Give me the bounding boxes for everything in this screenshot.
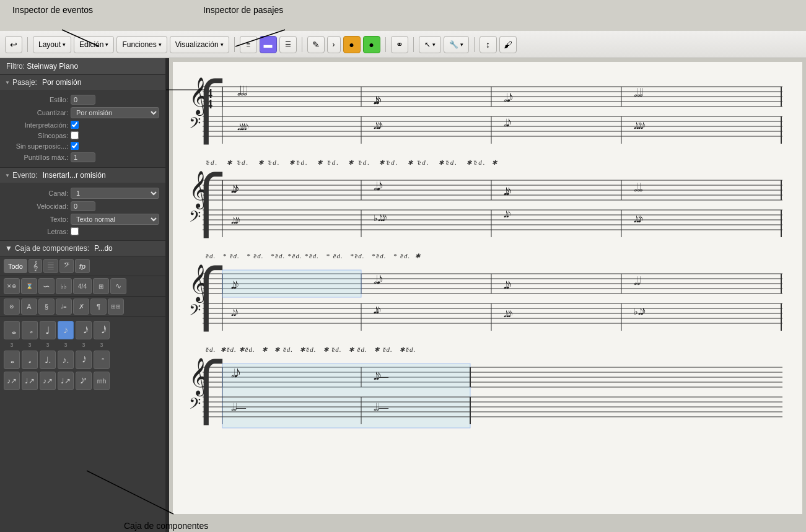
system-4: 𝄻ed. ✱𝄻ed. ✱𝄻ed. ✱ ✱ 𝄻ed. ✱𝄻ed. ✱ 𝄻ed. ✱… xyxy=(188,346,787,435)
view-lines-btn[interactable]: ≡ xyxy=(240,36,257,53)
color-btn-1[interactable]: ● xyxy=(343,36,361,53)
annotation-inspector-pasajes: Inspector de pasajes xyxy=(203,5,283,15)
sep4 xyxy=(385,37,386,52)
note-16th[interactable]: 𝅘𝅥𝅯 xyxy=(76,321,92,339)
comp-btn-5[interactable]: 4/4 xyxy=(73,278,92,294)
bass-staff-3: 𝄢 𝅘𝅥𝅮 𝅘𝅥𝅮 𝅘𝅥𝅮𝅘𝅥𝅮 𝅘𝅥𝅮𝅘𝅥𝅮 𝅘𝅥𝅮 𝅘𝅥𝅮 𝅘𝅥𝅮 ♭𝅘𝅥𝅮… xyxy=(189,302,782,323)
tab-dynamics[interactable]: fp xyxy=(75,259,90,273)
note-whole-dotted[interactable]: 𝅝. xyxy=(4,351,20,369)
comp-btn-10[interactable]: § xyxy=(38,299,55,315)
comp-btn-2[interactable]: ⌛ xyxy=(21,278,37,294)
comp-btn-9[interactable]: A xyxy=(21,299,37,315)
visualizacion-label: Visualización xyxy=(175,40,219,49)
paint-btn[interactable]: 🖌 xyxy=(499,36,517,53)
component-grid-2: ⊗ A § ♩= ✗ ¶ ⊞⊞ xyxy=(0,297,165,317)
sin-superposic-label: Sin superposic...: xyxy=(6,142,68,150)
funciones-label: Funciones xyxy=(122,40,156,49)
velocidad-label: Velocidad: xyxy=(6,203,68,210)
tab-notes[interactable]: 𝄞 xyxy=(28,259,42,273)
view-score-btn[interactable]: ▬ xyxy=(260,36,277,53)
note-eighth-dotted[interactable]: ♪. xyxy=(58,351,74,369)
visualizacion-menu[interactable]: Visualización ▾ xyxy=(170,36,229,53)
texto-select[interactable]: Texto normal xyxy=(71,214,159,225)
note-whole[interactable]: 𝅝 xyxy=(4,321,20,339)
cursor-btn[interactable]: ↖ ▾ xyxy=(419,36,441,53)
component-section: ▼ Caja de componentes: P...do Todo 𝄞 𝄚 𝄢… xyxy=(0,241,165,532)
note-half[interactable]: 𝅗 xyxy=(22,321,38,339)
note-half-dotted[interactable]: 𝅗. xyxy=(22,351,38,369)
evento-triangle: ▼ xyxy=(5,173,10,178)
note-grace-1[interactable]: ♪↗ xyxy=(4,372,20,390)
sep3 xyxy=(302,37,302,52)
score-area: 𝄞 4 4 xyxy=(169,58,806,532)
triplet-label-5: 3 xyxy=(76,342,92,348)
comp-btn-14[interactable]: ⊞⊞ xyxy=(108,299,124,315)
back-button[interactable]: ↩ xyxy=(5,36,22,53)
note-rest[interactable]: 𝄻𝄼 xyxy=(94,351,110,369)
bass-staff-2: 𝄢 𝅘𝅥𝅮 𝅘𝅥𝅮 𝅘𝅥𝅮 ♭𝅘𝅥𝅮 𝅘𝅥𝅮 𝅘𝅥𝅮 𝅘𝅥𝅮 𝅘𝅥𝅮 𝅘𝅥𝅮 𝅘… xyxy=(189,208,782,230)
sin-superposic-checkbox[interactable] xyxy=(71,142,79,150)
pasaje-header[interactable]: ▼ Pasaje: Por omisión xyxy=(0,75,165,90)
letras-checkbox[interactable] xyxy=(71,227,79,235)
canal-select[interactable]: 1 xyxy=(71,188,159,199)
view-list-btn[interactable]: ☰ xyxy=(279,36,297,53)
cuantizar-label: Cuantizar: xyxy=(6,109,68,116)
comp-btn-6[interactable]: ⊞ xyxy=(93,278,109,294)
sincopas-checkbox[interactable] xyxy=(71,131,79,139)
more-btn[interactable]: › xyxy=(327,36,341,53)
tab-todo[interactable]: Todo xyxy=(4,259,27,273)
wrench-btn[interactable]: 🔧 ▾ xyxy=(444,36,469,53)
note-quarter[interactable]: ♩ xyxy=(40,321,56,339)
link-btn[interactable]: ⚭ xyxy=(391,36,408,53)
comp-btn-11[interactable]: ♩= xyxy=(56,299,72,315)
note-32nd[interactable]: 𝅘𝅥𝅰 xyxy=(94,321,110,339)
comp-btn-1[interactable]: ✕⊕ xyxy=(4,278,20,294)
estilo-input[interactable] xyxy=(71,95,95,105)
tab-bass[interactable]: 𝄚 xyxy=(43,259,58,273)
layout-menu[interactable]: Layout ▾ xyxy=(33,36,71,53)
notes-row-3: 𝅝. 𝅗. ♩. ♪. 𝅘𝅥𝅯. 𝄻𝄼 xyxy=(4,351,162,369)
pasaje-header-value: Por omisión xyxy=(42,78,81,87)
puntillos-input[interactable] xyxy=(71,152,95,162)
note-special[interactable]: rnh xyxy=(94,372,110,390)
canal-label: Canal: xyxy=(6,190,68,197)
treble-staff-2: 𝄞 𝅘𝅥𝅮𝅘𝅥� xyxy=(189,171,782,237)
note-grace-4[interactable]: ♩↗ xyxy=(58,372,74,390)
note-grace-5[interactable]: 𝅘𝅥𝅮↗ xyxy=(76,372,92,390)
cuantizar-row: Cuantizar: Por omisión xyxy=(0,106,165,120)
tab-clef[interactable]: 𝄢 xyxy=(59,259,74,273)
score-page: 𝄞 4 4 xyxy=(173,62,802,514)
funciones-menu[interactable]: Funciones ▾ xyxy=(116,36,167,53)
comp-btn-12[interactable]: ✗ xyxy=(73,299,89,315)
velocidad-input[interactable] xyxy=(71,201,95,211)
interpretacion-checkbox[interactable] xyxy=(71,121,79,129)
pedal-row-2: 𝄻ed. * 𝄻ed. * 𝄻ed. *𝄻ed. *𝄻ed. *𝄻ed. * 𝄻… xyxy=(188,252,787,260)
note-grace-3[interactable]: ♪↗ xyxy=(40,372,56,390)
color-btn-2[interactable]: ● xyxy=(363,36,380,53)
svg-text:𝅘𝅥𝅮 𝅘𝅥𝅮 —: 𝅘𝅥𝅮 𝅘𝅥𝅮 — xyxy=(374,371,389,382)
note-quarter-dotted[interactable]: ♩. xyxy=(40,351,56,369)
comp-btn-7[interactable]: ∿ xyxy=(110,278,126,294)
cursor-icon: ↖ xyxy=(424,40,431,49)
arrows-btn[interactable]: ↕ xyxy=(480,36,497,53)
note-eighth[interactable]: ♪ xyxy=(58,321,74,339)
wrench-icon: 🔧 xyxy=(449,40,458,49)
comp-btn-4[interactable]: ♭♭ xyxy=(56,278,72,294)
note-grace-2[interactable]: ♩↗ xyxy=(22,372,38,390)
svg-text:𝅗𝅥 𝅗𝅥 𝅗𝅥: 𝅗𝅥 𝅗𝅥 𝅗𝅥 xyxy=(634,87,643,99)
edicion-menu[interactable]: Edición ▾ xyxy=(74,36,114,53)
comp-btn-13[interactable]: ¶ xyxy=(90,299,107,315)
layout-label: Layout xyxy=(38,40,61,49)
letras-label: Letras: xyxy=(6,228,68,235)
note-16th-dotted[interactable]: 𝅘𝅥𝅯. xyxy=(76,351,92,369)
evento-header[interactable]: ▼ Evento: Insertarl...r omisión xyxy=(0,168,165,183)
comp-btn-3[interactable]: ∽ xyxy=(38,278,55,294)
visualizacion-chevron: ▾ xyxy=(221,41,224,48)
score-scroll[interactable]: 𝄞 4 4 xyxy=(169,58,806,532)
texto-row: Texto: Texto normal xyxy=(0,212,165,226)
cuantizar-select[interactable]: Por omisión xyxy=(71,107,159,118)
content-area: Filtro: Steinway Piano ▼ Pasaje: Por omi… xyxy=(0,58,806,532)
comp-btn-8[interactable]: ⊗ xyxy=(4,299,20,315)
component-header[interactable]: ▼ Caja de componentes: P...do xyxy=(0,241,165,256)
pen-tool-btn[interactable]: ✎ xyxy=(307,36,325,53)
